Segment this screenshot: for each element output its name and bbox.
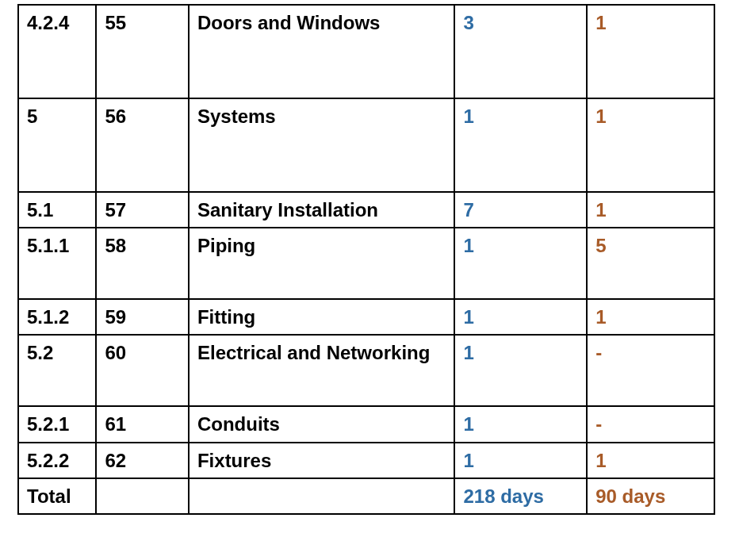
cell-section: 5.2 — [18, 335, 96, 406]
cell-section: 5.1.2 — [18, 299, 96, 335]
cell-section: 5.1 — [18, 192, 96, 228]
cell-description: Doors and Windows — [189, 5, 455, 98]
cell-value-a: 1 — [454, 98, 587, 192]
cell-description: Electrical and Networking — [189, 335, 455, 406]
cell-total-a: 218 days — [454, 478, 587, 514]
cell-value-b: 5 — [587, 228, 714, 299]
cell-total-label: Total — [18, 478, 96, 514]
cell-section: 5.2.1 — [18, 406, 96, 442]
data-table: 4.2.4 55 Doors and Windows 3 1 5 56 Syst… — [17, 4, 715, 515]
cell-id: 58 — [96, 228, 189, 299]
cell-id: 56 — [96, 98, 189, 192]
cell-value-b: 1 — [587, 299, 714, 335]
table-row: 5.1.1 58 Piping 1 5 — [18, 228, 714, 299]
cell-value-a: 1 — [454, 406, 587, 442]
cell-id: 60 — [96, 335, 189, 406]
table-row: 5.2.2 62 Fixtures 1 1 — [18, 443, 714, 478]
cell-description: Systems — [189, 98, 455, 192]
table-row: 4.2.4 55 Doors and Windows 3 1 — [18, 5, 714, 98]
cell-total-b: 90 days — [587, 478, 714, 514]
cell-description: Fixtures — [189, 443, 455, 478]
cell-id: 62 — [96, 443, 189, 478]
cell-id: 57 — [96, 192, 189, 228]
table-row: 5.1 57 Sanitary Installation 7 1 — [18, 192, 714, 228]
table-row: 5 56 Systems 1 1 — [18, 98, 714, 192]
cell-description: Fitting — [189, 299, 455, 335]
cell-section: 5.2.2 — [18, 443, 96, 478]
cell-section: 5.1.1 — [18, 228, 96, 299]
cell-description: Sanitary Installation — [189, 192, 455, 228]
table-row: 5.1.2 59 Fitting 1 1 — [18, 299, 714, 335]
cell-description: Conduits — [189, 406, 455, 442]
cell-value-a: 1 — [454, 335, 587, 406]
cell-value-b: 1 — [587, 192, 714, 228]
cell-value-b: - — [587, 406, 714, 442]
cell-section: 5 — [18, 98, 96, 192]
cell-value-b: - — [587, 335, 714, 406]
table-body: 4.2.4 55 Doors and Windows 3 1 5 56 Syst… — [18, 5, 714, 514]
cell-value-a: 1 — [454, 299, 587, 335]
cell-value-a: 1 — [454, 228, 587, 299]
cell-description: Piping — [189, 228, 455, 299]
cell-id: 55 — [96, 5, 189, 98]
cell-value-b: 1 — [587, 443, 714, 478]
table-row-total: Total 218 days 90 days — [18, 478, 714, 514]
cell-value-b: 1 — [587, 5, 714, 98]
table-row: 5.2.1 61 Conduits 1 - — [18, 406, 714, 442]
cell-section: 4.2.4 — [18, 5, 96, 98]
cell-id: 61 — [96, 406, 189, 442]
cell-value-b: 1 — [587, 98, 714, 192]
cell-value-a: 3 — [454, 5, 587, 98]
cell-id: 59 — [96, 299, 189, 335]
table-row: 5.2 60 Electrical and Networking 1 - — [18, 335, 714, 406]
cell-value-a: 1 — [454, 443, 587, 478]
cell-empty — [96, 478, 189, 514]
cell-value-a: 7 — [454, 192, 587, 228]
cell-empty — [189, 478, 455, 514]
